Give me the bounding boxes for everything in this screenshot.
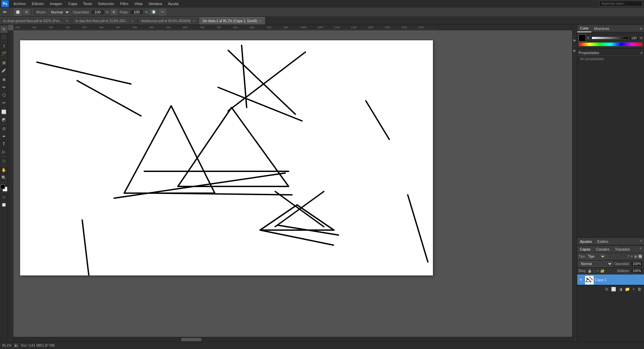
opacity-value[interactable] <box>631 261 643 266</box>
opacity-settings-btn[interactable]: ⚙ <box>110 9 117 15</box>
layer-delete-btn[interactable]: 🗑 <box>637 287 643 292</box>
history-brush-tool[interactable]: ↩ <box>0 99 8 106</box>
flow-input[interactable] <box>130 9 143 15</box>
color-panel-menu[interactable]: ≡ <box>638 26 644 31</box>
tab-0-label: to draw ground floor.pdf al 432% (Fondo … <box>3 19 64 23</box>
spot-heal-tool[interactable]: ⊕ <box>0 76 8 83</box>
collapse-btn-2[interactable]: ▶ <box>573 49 577 52</box>
tab-muestras[interactable]: Muestras <box>591 25 612 32</box>
tab-0[interactable]: to draw ground floor.pdf al 432% (Fondo … <box>0 17 72 25</box>
blend-mode-select[interactable]: Normal <box>579 261 613 267</box>
tab-2[interactable]: distribucion.pdf al 56,5% (RGB/8) ✕ <box>138 17 199 25</box>
tab-trazados[interactable]: Trazados <box>612 246 633 253</box>
fill-value[interactable] <box>631 268 643 273</box>
layer-adjustment-btn[interactable]: ◑ <box>618 287 623 292</box>
shape-tool[interactable]: □ <box>0 157 8 165</box>
menu-vista[interactable]: Vista <box>132 1 145 6</box>
move-tool[interactable]: ↖ <box>0 26 8 33</box>
fg-bg-colors[interactable] <box>0 184 8 192</box>
menu-edicion[interactable]: Edición <box>29 1 47 6</box>
tab-3[interactable]: Sin titulo-1 al 95,1% (Capa 1, Gris/8) ✕ <box>199 17 265 25</box>
layers-menu[interactable]: ≡ <box>638 246 644 253</box>
active-color-swatch[interactable] <box>579 34 586 42</box>
quick-select-tool[interactable]: 🪄 <box>0 50 8 57</box>
path-select-tool[interactable]: ▷ <box>0 148 8 156</box>
svg-text:350: 350 <box>82 26 87 29</box>
tab-2-label: distribucion.pdf al 56,5% (RGB/8) <box>141 19 191 23</box>
menu-archivo[interactable]: Archivo <box>11 1 29 6</box>
eyedropper-tool[interactable]: 💉 <box>0 67 8 74</box>
filter-type-select[interactable]: Tipo <box>586 254 606 259</box>
layers-tool-btn-4[interactable]: 🔘 <box>638 254 643 259</box>
foreground-color[interactable] <box>0 184 5 189</box>
tab-0-close[interactable]: ✕ <box>66 19 68 23</box>
menu-capa[interactable]: Capa <box>65 1 80 6</box>
color-spectrum[interactable] <box>579 42 643 46</box>
tab-1-close[interactable]: ✕ <box>131 19 134 23</box>
brush-settings-btn[interactable]: ⚙ <box>23 9 30 15</box>
collapse-btn-1[interactable]: ▶ <box>573 38 577 42</box>
adj-panel-menu[interactable]: ≡ <box>638 238 644 245</box>
navigate-btn[interactable]: ▶ <box>14 344 18 348</box>
layers-tool-btn-1[interactable]: T <box>627 255 630 259</box>
layer-new-btn[interactable]: + <box>632 287 636 292</box>
hand-tool[interactable]: ✋ <box>0 166 8 174</box>
text-tool[interactable]: T <box>0 140 8 148</box>
canvas-area[interactable] <box>13 30 572 342</box>
menu-seleccion[interactable]: Selección <box>95 1 117 6</box>
search-input[interactable] <box>599 1 643 6</box>
color-channel-k: K % <box>587 36 643 41</box>
svg-text:450: 450 <box>116 26 120 29</box>
svg-text:550: 550 <box>149 26 154 29</box>
svg-line-46 <box>82 220 91 275</box>
lock-image-icon[interactable]: ✏ <box>596 269 599 273</box>
lock-pixel-icon[interactable]: ⬦ <box>593 269 595 273</box>
tab-estilos[interactable]: Estilos <box>595 238 611 245</box>
tab-1[interactable]: to daw first floor.pdf al 23,9% (RGB/8) … <box>72 17 138 25</box>
tab-3-close[interactable]: ✕ <box>259 19 262 23</box>
dodge-tool[interactable]: ⊙ <box>0 125 8 132</box>
brush-tool[interactable]: ✏ <box>0 84 8 91</box>
zoom-tool[interactable]: 🔍 <box>0 174 8 181</box>
layer-group-btn[interactable]: 📁 <box>624 287 631 292</box>
opacity-input[interactable] <box>91 9 104 15</box>
tab-2-close[interactable]: ✕ <box>193 19 195 23</box>
tab-color[interactable]: Color <box>577 25 591 32</box>
lasso-tool[interactable]: ⌇ <box>0 42 8 50</box>
color-display-row: K % <box>579 34 643 42</box>
airbrush-btn[interactable]: 💨 <box>149 9 157 15</box>
layer-effects-btn[interactable]: fx <box>604 287 609 292</box>
eraser-tool[interactable]: ⬜ <box>0 108 8 116</box>
menu-ayuda[interactable]: Ayuda <box>165 1 181 6</box>
menu-imagen[interactable]: Imagen <box>47 1 65 6</box>
menu-ventana[interactable]: Ventana <box>146 1 164 6</box>
layer-mask-btn[interactable]: ⬜ <box>610 287 617 292</box>
menu-filtro[interactable]: Filtro <box>117 1 131 6</box>
layer-visibility-icon[interactable]: 👁 <box>579 277 583 282</box>
k-value-input[interactable] <box>629 36 639 41</box>
layer-item-capa1[interactable]: 👁 Capa 1 <box>577 274 644 285</box>
quick-mask-btn[interactable]: ⬡ <box>0 193 8 201</box>
menu-texto[interactable]: Texto <box>81 1 95 6</box>
tab-capas[interactable]: Capas <box>577 246 593 253</box>
properties-menu[interactable]: ≡ <box>641 51 643 55</box>
crop-tool[interactable]: ⊞ <box>0 59 8 67</box>
lock-position-icon[interactable]: 🔒 <box>588 269 592 273</box>
tab-canales[interactable]: Canales <box>593 246 612 253</box>
gradient-tool[interactable]: ◩ <box>0 116 8 123</box>
k-slider[interactable] <box>592 37 628 39</box>
layers-tool-btn-2[interactable]: ✦ <box>630 254 633 259</box>
h-scrollbar-thumb[interactable] <box>181 338 201 341</box>
smoothing-btn[interactable]: 〜 <box>159 9 166 15</box>
brush-tool-icon[interactable]: ✏ <box>1 8 9 16</box>
marquee-tool[interactable]: ⬚ <box>0 33 8 41</box>
lock-all-icon[interactable]: 🔐 <box>600 269 604 273</box>
tab-ajustes[interactable]: Ajustes <box>577 238 595 245</box>
pen-tool[interactable]: ✒ <box>0 133 8 140</box>
mode-select[interactable]: Normal <box>48 9 70 15</box>
brush-preset-btn[interactable]: ⬤ <box>14 8 22 16</box>
screen-mode-btn[interactable]: ⬜ <box>0 201 8 209</box>
h-scrollbar[interactable] <box>13 337 572 342</box>
stamp-tool[interactable]: ⬡ <box>0 91 8 99</box>
layers-tool-btn-3[interactable]: ▣ <box>634 254 637 259</box>
